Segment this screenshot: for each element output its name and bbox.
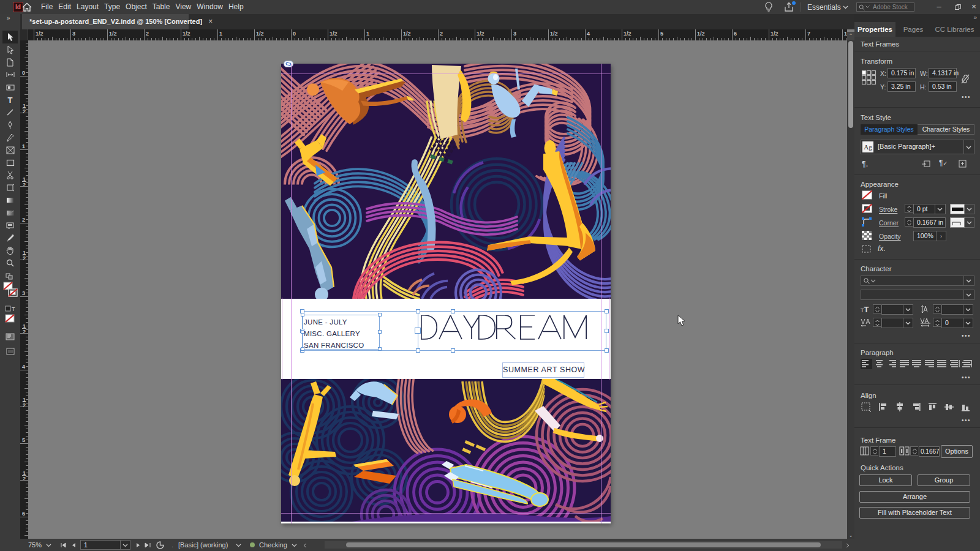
svg-text:T: T xyxy=(12,306,15,312)
